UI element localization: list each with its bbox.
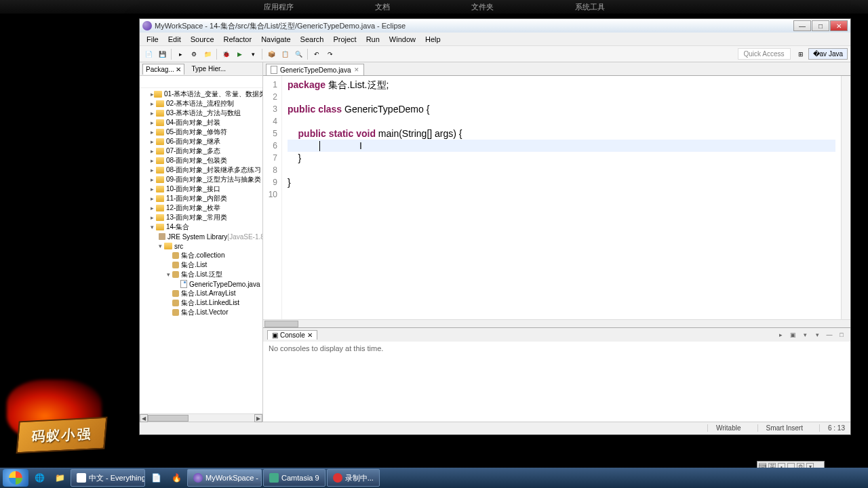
tree-item[interactable]: ▸09-面向对象_泛型方法与抽象类 (140, 175, 262, 184)
tree-item[interactable]: 集合.List.LinkedList (140, 298, 262, 308)
tree-arrow-icon[interactable]: ▸ (151, 195, 156, 202)
console-tab[interactable]: ▣ Console ✕ (267, 330, 317, 340)
console-button[interactable]: ▣ (788, 330, 797, 340)
menu-run[interactable]: Run (362, 34, 384, 45)
tree-arrow-icon[interactable]: ▸ (151, 176, 156, 183)
tree-item[interactable]: ▸03-基本语法_方法与数组 (140, 108, 262, 118)
code-editor[interactable]: 12345678910 package 集合.List.泛型; public c… (263, 76, 841, 319)
package-explorer-tree[interactable]: ▸01-基本语法_变量、常量、数据类型、运算▸02-基本语法_流程控制▸03-基… (140, 88, 262, 413)
tree-arrow-icon[interactable]: ▸ (151, 186, 156, 192)
desktop-menu-item[interactable]: 文件夹 (471, 2, 494, 12)
menu-navigate[interactable]: Navigate (257, 34, 294, 45)
open-perspective-button[interactable]: ⊞ (795, 48, 807, 60)
tree-arrow-icon[interactable]: ▸ (151, 110, 156, 117)
toolbar-button[interactable]: 📋 (279, 48, 291, 60)
console-button[interactable]: ▸ (776, 330, 785, 340)
tree-item[interactable]: GenericTypeDemo.java (140, 279, 262, 289)
menu-window[interactable]: Window (385, 34, 420, 45)
toolbar-button[interactable]: ▾ (247, 48, 259, 60)
taskbar-pinned-icon[interactable]: 🌐 (30, 469, 49, 487)
close-button[interactable]: ✕ (830, 20, 848, 31)
menu-project[interactable]: Project (329, 34, 360, 45)
desktop-menu-item[interactable]: 系统工具 (575, 2, 605, 12)
menu-edit[interactable]: Edit (164, 34, 185, 45)
tree-item[interactable]: ▾14-集合 (140, 222, 262, 232)
tree-item[interactable]: ▸07-面向对象_多态 (140, 146, 262, 156)
console-button[interactable]: ▾ (800, 330, 810, 340)
tree-item[interactable]: ▸12-面向对象_枚举 (140, 203, 262, 213)
package-explorer-tab[interactable]: Packag... ✕ (142, 64, 184, 75)
toolbar-button[interactable]: 🔍 (292, 48, 304, 60)
tree-item[interactable]: 集合.collection (140, 251, 262, 260)
menu-search[interactable]: Search (296, 34, 328, 45)
menu-refactor[interactable]: Refactor (220, 34, 256, 45)
tree-item[interactable]: ▸08-面向对象_包装类 (140, 156, 262, 165)
taskbar-item[interactable]: 录制中... (327, 469, 380, 487)
tree-item[interactable]: ▸02-基本语法_流程控制 (140, 99, 262, 108)
scroll-thumb[interactable] (264, 321, 298, 327)
desktop-menu-item[interactable]: 应用程序 (264, 2, 294, 12)
tree-item[interactable]: 集合.List (140, 260, 262, 270)
scroll-right-icon[interactable]: ▶ (254, 414, 262, 422)
tree-item[interactable]: JRE System Library [JavaSE-1.8] (140, 232, 262, 241)
debug-button[interactable]: 🐞 (220, 48, 232, 60)
taskbar-pinned-icon[interactable]: 📁 (50, 469, 69, 487)
tree-item[interactable]: 集合.List.Vector (140, 308, 262, 317)
taskbar-item[interactable]: MyWorkSpace - 1... (187, 469, 262, 487)
side-hscroll[interactable]: ◀ ▶ (140, 413, 262, 422)
tree-arrow-icon[interactable]: ▸ (151, 138, 156, 145)
tree-arrow-icon[interactable]: ▸ (151, 148, 156, 155)
type-hierarchy-tab[interactable]: Type Hier... (189, 64, 229, 74)
tree-item[interactable]: ▸11-面向对象_内部类 (140, 194, 262, 203)
close-icon[interactable]: ✕ (307, 331, 313, 339)
tree-item[interactable]: ▾src (140, 241, 262, 251)
tree-item[interactable]: ▸10-面向对象_接口 (140, 184, 262, 194)
toolbar-button[interactable]: ⚙ (188, 48, 200, 60)
tree-arrow-icon[interactable]: ▸ (151, 157, 156, 164)
toolbar-button[interactable]: 📦 (265, 48, 277, 60)
scroll-thumb[interactable] (148, 415, 189, 422)
menu-help[interactable]: Help (421, 34, 445, 45)
tree-arrow-icon[interactable]: ▸ (151, 119, 156, 126)
maximize-button[interactable]: □ (812, 20, 829, 31)
tree-arrow-icon[interactable]: ▸ (151, 167, 156, 174)
minimize-icon[interactable]: — (825, 330, 834, 340)
tree-arrow-icon[interactable]: ▸ (151, 214, 156, 221)
tree-arrow-icon[interactable]: ▸ (151, 100, 156, 107)
tree-arrow-icon[interactable]: ▾ (167, 271, 172, 278)
quick-access[interactable]: Quick Access (738, 48, 791, 60)
toolbar-button[interactable]: ▸ (174, 48, 186, 60)
java-perspective[interactable]: �av Java (808, 48, 848, 60)
editor-hscroll[interactable] (263, 319, 850, 327)
tree-arrow-icon[interactable]: ▾ (159, 243, 164, 249)
tree-arrow-icon[interactable]: ▸ (151, 205, 156, 211)
tree-item[interactable]: 集合.List.ArrayList (140, 289, 262, 298)
run-button[interactable]: ▶ (233, 48, 245, 60)
editor-tab[interactable]: GenericTypeDemo.java ✕ (266, 64, 364, 75)
code-area[interactable]: package 集合.List.泛型; public class Generic… (282, 76, 841, 319)
save-button[interactable]: 💾 (156, 48, 168, 60)
tree-item[interactable]: ▸01-基本语法_变量、常量、数据类型、运算 (140, 89, 262, 99)
menu-source[interactable]: Source (186, 34, 218, 45)
tree-item[interactable]: ▸06-面向对象_继承 (140, 137, 262, 146)
tree-item[interactable]: ▾集合.List.泛型 (140, 270, 262, 279)
tree-arrow-icon[interactable]: ▾ (151, 224, 156, 230)
close-tab-icon[interactable]: ✕ (354, 66, 359, 73)
tree-item[interactable]: ▸04-面向对象_封装 (140, 118, 262, 127)
taskbar-item[interactable]: 中文 - Everything (71, 469, 145, 487)
taskbar-item[interactable]: Camtasia 9 (263, 469, 326, 487)
tree-item[interactable]: ▸08-面向对象_封装继承多态练习 (140, 165, 262, 175)
toolbar-button[interactable]: ↶ (311, 48, 323, 60)
menu-file[interactable]: File (142, 34, 163, 45)
start-button[interactable] (3, 469, 28, 487)
toolbar-button[interactable]: ↷ (324, 48, 336, 60)
minimize-button[interactable]: — (793, 20, 811, 31)
tree-item[interactable]: ▸05-面向对象_修饰符 (140, 127, 262, 137)
desktop-menu-item[interactable]: 文档 (375, 2, 390, 12)
toolbar-button[interactable]: 📁 (201, 48, 214, 60)
scroll-left-icon[interactable]: ◀ (140, 414, 148, 422)
tree-arrow-icon[interactable]: ▸ (151, 129, 156, 136)
console-button[interactable]: ▾ (812, 330, 822, 340)
taskbar-pinned-icon[interactable]: 🔥 (167, 469, 186, 487)
tree-item[interactable]: ▸13-面向对象_常用类 (140, 213, 262, 222)
